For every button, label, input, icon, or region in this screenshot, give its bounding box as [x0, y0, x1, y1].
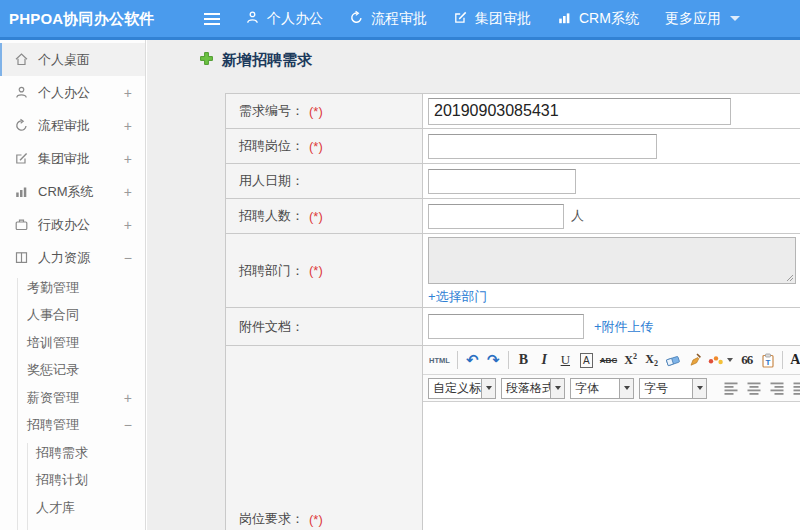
expand-plus-icon[interactable]: +: [124, 184, 132, 200]
sidebar-item-label: 个人办公: [38, 84, 90, 102]
html-source-button[interactable]: HTML: [427, 349, 452, 371]
emoticon-button[interactable]: [706, 349, 735, 371]
headcount-unit: 人: [571, 207, 584, 225]
nav-more-apps[interactable]: 更多应用: [665, 10, 740, 28]
sidebar: 个人桌面个人办公+流程审批+集团审批+CRM系统+行政办公+人力资源−考勤管理人…: [0, 40, 146, 530]
expand-plus-icon[interactable]: +: [124, 217, 132, 233]
paste-text-button[interactable]: T: [758, 349, 777, 371]
hire-date-input[interactable]: [428, 169, 576, 194]
required-marker: (*): [309, 139, 323, 154]
menu-toggle-icon[interactable]: [204, 13, 220, 25]
blockquote-button[interactable]: 66: [737, 349, 756, 371]
field-label: 招聘部门：: [239, 262, 304, 280]
custom-heading-select[interactable]: 自定义标题: [428, 378, 496, 399]
font-color-button[interactable]: A: [788, 349, 800, 371]
expand-plus-icon[interactable]: +: [124, 85, 132, 101]
sidebar-item-crm-system[interactable]: CRM系统+: [0, 175, 145, 208]
caret-down-icon[interactable]: [619, 379, 633, 398]
subscript-button[interactable]: X2: [642, 349, 661, 371]
nav-personal-office[interactable]: 个人办公: [245, 10, 323, 28]
sidebar-item-human-resources[interactable]: 人力资源−: [0, 241, 145, 274]
paragraph-format-select[interactable]: 段落格式: [501, 378, 565, 399]
sidebar-item-label: 培训管理: [27, 334, 79, 352]
strikethrough-button[interactable]: ABC: [598, 349, 619, 371]
sidebar-item-recruitment-plan[interactable]: 招聘计划: [0, 467, 145, 495]
caret-down-icon: [727, 358, 733, 362]
nav-crm-system[interactable]: CRM系统: [557, 10, 639, 28]
person-icon: [245, 10, 267, 28]
redo-button[interactable]: ↷: [484, 349, 503, 371]
expand-plus-icon[interactable]: +: [124, 390, 132, 406]
headcount-input[interactable]: [428, 204, 564, 229]
form-row-attachment: 附件文档： +附件上传: [226, 308, 800, 346]
align-right-button[interactable]: [767, 378, 787, 398]
font-size-select[interactable]: 字号: [639, 378, 707, 399]
caret-down-icon[interactable]: [481, 379, 495, 398]
form-row-hire-date: 用人日期：: [226, 164, 800, 199]
underline-button[interactable]: U: [556, 349, 575, 371]
bar-chart-icon: [557, 10, 579, 28]
app-title: PHPOA协同办公软件: [9, 0, 155, 37]
demand-code-input[interactable]: [428, 98, 731, 125]
italic-button[interactable]: I: [535, 349, 554, 371]
sidebar-item-label: 招聘管理: [27, 416, 79, 434]
expand-plus-icon[interactable]: +: [124, 118, 132, 134]
sidebar-item-talent-pool[interactable]: 人才库: [0, 494, 145, 522]
eraser-button[interactable]: [663, 349, 683, 371]
align-left-button[interactable]: [721, 378, 741, 398]
editor-content-area[interactable]: [423, 402, 800, 530]
sidebar-item-salary-management[interactable]: 薪资管理+: [0, 384, 145, 412]
undo-button[interactable]: ↶: [463, 349, 482, 371]
sidebar-item-label: 流程审批: [38, 117, 90, 135]
choose-department-link[interactable]: +选择部门: [428, 288, 488, 306]
field-label: 用人日期：: [239, 172, 304, 190]
sidebar-item-group-approval[interactable]: 集团审批+: [0, 142, 145, 175]
sidebar-item-recruitment-management[interactable]: 招聘管理−: [0, 412, 145, 440]
home-icon: [14, 52, 29, 67]
sidebar-item-personal-desktop[interactable]: 个人桌面: [0, 43, 145, 76]
sidebar-item-attendance-management[interactable]: 考勤管理: [0, 274, 145, 302]
position-input[interactable]: [428, 134, 657, 159]
bold-button[interactable]: B: [514, 349, 533, 371]
attachment-input[interactable]: [428, 314, 584, 339]
field-label: 岗位要求：: [239, 510, 304, 528]
align-center-button[interactable]: [744, 378, 764, 398]
collapse-minus-icon[interactable]: −: [124, 250, 132, 266]
superscript-button[interactable]: X2: [621, 349, 640, 371]
required-marker: (*): [309, 209, 323, 224]
font-family-select[interactable]: 字体: [570, 378, 634, 399]
attachment-upload-link[interactable]: +附件上传: [594, 318, 654, 336]
nav-group-approval[interactable]: 集团审批: [453, 10, 531, 28]
form-row-department: 招聘部门：(*) +选择部门: [226, 234, 800, 308]
sidebar-item-reward-record[interactable]: 奖惩记录: [0, 357, 145, 385]
submenu-guide-line: [17, 278, 18, 530]
form-row-demand-code: 需求编号：(*): [226, 94, 800, 129]
sidebar-item-training-management[interactable]: 培训管理: [0, 329, 145, 357]
required-marker: (*): [309, 104, 323, 119]
sidebar-item-label: 考勤管理: [27, 279, 79, 297]
sidebar-menu: 个人桌面个人办公+流程审批+集团审批+CRM系统+行政办公+人力资源−考勤管理人…: [0, 43, 145, 522]
nav-workflow-approval[interactable]: 流程审批: [349, 10, 427, 28]
caret-down-icon[interactable]: [692, 379, 706, 398]
sidebar-item-workflow-approval[interactable]: 流程审批+: [0, 109, 145, 142]
page-title: 新增招聘需求: [222, 51, 312, 70]
align-justify-button[interactable]: [790, 378, 800, 398]
page-title-row: 新增招聘需求: [199, 51, 312, 70]
caret-down-icon[interactable]: [550, 379, 564, 398]
collapse-minus-icon[interactable]: −: [124, 417, 132, 433]
sidebar-item-hr-contract[interactable]: 人事合同: [0, 302, 145, 330]
top-nav: 个人办公 流程审批 集团审批 CRM系统 更多应用: [245, 0, 766, 37]
sidebar-item-personal-office[interactable]: 个人办公+: [0, 76, 145, 109]
sidebar-item-label: 人才库: [36, 499, 75, 517]
required-marker: (*): [309, 512, 323, 527]
expand-plus-icon[interactable]: +: [124, 151, 132, 167]
editor-toolbar-row1: HTML↶↷BIUAABCX2X266TAa: [423, 346, 800, 375]
sidebar-item-admin-office[interactable]: 行政办公+: [0, 208, 145, 241]
department-textarea[interactable]: [428, 237, 796, 284]
nav-label: CRM系统: [579, 10, 639, 28]
svg-text:T: T: [765, 357, 770, 366]
font-box-button[interactable]: A: [577, 349, 596, 371]
clean-format-button[interactable]: [685, 349, 704, 371]
field-label: 需求编号：: [239, 102, 304, 120]
sidebar-item-recruitment-demand[interactable]: 招聘需求: [0, 439, 145, 467]
